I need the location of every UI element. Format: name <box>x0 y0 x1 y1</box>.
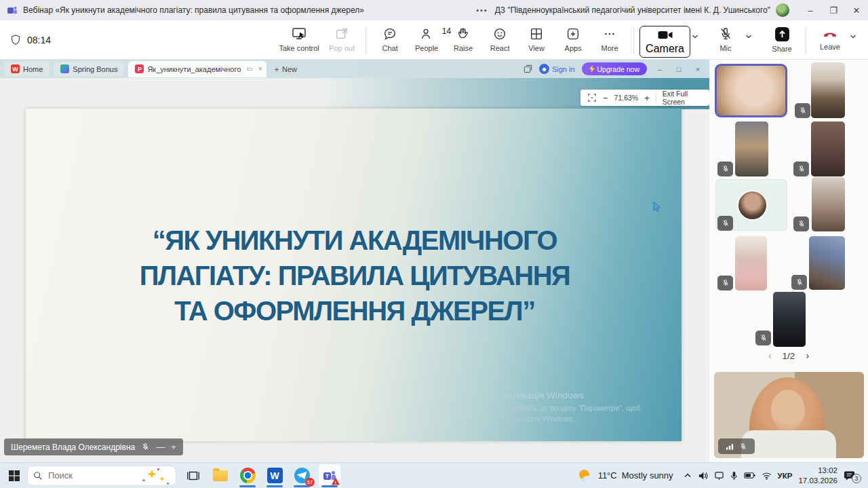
zoom-in-button[interactable]: + <box>644 93 650 103</box>
mic-chevron-icon[interactable] <box>745 33 753 41</box>
react-icon <box>492 26 507 42</box>
tab-stack-icon[interactable] <box>524 64 532 73</box>
participant-video[interactable] <box>735 121 768 176</box>
tab-home[interactable]: W Home <box>4 62 50 76</box>
tab-spring-bonus[interactable]: Spring Bonus <box>54 62 124 76</box>
tab-document-active[interactable]: P Як_уникнути_академічного ▭ × <box>128 61 266 77</box>
battery-icon[interactable] <box>744 472 755 479</box>
react-button[interactable]: React <box>481 26 518 52</box>
participant-video[interactable] <box>811 62 845 118</box>
share-button[interactable]: Share <box>764 26 800 53</box>
pill-plus-button[interactable]: + <box>171 442 176 452</box>
overflow-icon[interactable]: ••• <box>476 6 488 14</box>
mic-label: Mic <box>719 44 731 52</box>
shield-icon <box>9 34 22 46</box>
chat-button[interactable]: Chat <box>372 26 408 52</box>
pill-minus-button[interactable]: — <box>156 442 165 452</box>
new-tab-button[interactable]: + New <box>275 65 297 73</box>
take-control-label: Take control <box>279 44 319 52</box>
react-label: React <box>490 44 510 52</box>
task-view-button[interactable] <box>183 464 203 487</box>
participant-video[interactable] <box>773 292 806 347</box>
zoom-out-button[interactable]: − <box>603 93 608 103</box>
tray-date: 17.03.2026 <box>798 476 837 485</box>
close-button[interactable]: ✕ <box>845 0 868 20</box>
telegram-button[interactable]: 57 <box>292 464 312 487</box>
upgrade-button[interactable]: Upgrade now <box>582 62 647 75</box>
mic-button[interactable]: Mic <box>707 26 744 52</box>
people-count: 14 <box>442 26 451 36</box>
participant-mic-muted-icon <box>793 217 809 231</box>
self-view-video[interactable] <box>714 372 864 458</box>
apps-button[interactable]: Apps <box>555 26 591 52</box>
participant-video[interactable] <box>811 121 845 176</box>
browser-minimize-icon[interactable]: – <box>654 65 666 73</box>
document-icon: P <box>135 64 144 73</box>
tab-home-label: Home <box>23 65 43 73</box>
search-input[interactable] <box>48 470 123 481</box>
participants-pager: ‹ 1/2 › <box>709 350 868 361</box>
camera-button[interactable]: Camera <box>639 26 690 58</box>
presenter-name-pill: Шеремета Влада Олександрівна — + <box>4 438 183 455</box>
browser-maximize-icon[interactable]: □ <box>673 65 685 73</box>
self-view-status-pill <box>718 438 755 454</box>
participant-mic-muted-icon <box>791 275 807 290</box>
leave-button[interactable]: Leave <box>812 26 848 51</box>
sparkle-dot <box>157 468 159 470</box>
word-button[interactable]: W <box>264 464 285 487</box>
view-button[interactable]: View <box>518 26 555 52</box>
weather-widget[interactable]: 11°C Mostly sunny <box>578 468 673 483</box>
folder-icon <box>213 470 228 481</box>
account-avatar[interactable] <box>776 3 789 17</box>
language-indicator[interactable]: УКР <box>778 472 793 480</box>
fit-screen-icon[interactable] <box>587 93 597 102</box>
wps-home-icon: W <box>11 64 20 73</box>
more-button[interactable]: More <box>591 26 628 52</box>
presenter-mic-muted-icon <box>141 443 150 451</box>
tray-time: 13:02 <box>798 466 837 475</box>
minimize-button[interactable]: – <box>799 0 822 20</box>
participant-video[interactable] <box>735 236 767 290</box>
restore-button[interactable]: ❐ <box>822 0 845 20</box>
clock-widget[interactable]: 13:02 17.03.2026 <box>798 466 837 485</box>
tab-document-label: Як_уникнути_академічного <box>147 65 241 73</box>
tab-close-icon[interactable]: × <box>258 65 262 73</box>
wifi-icon[interactable] <box>762 472 772 480</box>
cast-display-icon[interactable] <box>714 471 724 480</box>
people-button[interactable]: 14 People <box>408 26 445 52</box>
meeting-timer: 08:14 <box>27 35 51 45</box>
exit-full-screen-button[interactable]: Exit Full Screen <box>663 90 703 106</box>
volume-icon[interactable] <box>698 471 708 481</box>
sign-in-button[interactable]: ☻ Sign in <box>539 64 575 74</box>
leave-chevron-icon[interactable] <box>849 33 857 41</box>
taskbar-search[interactable] <box>27 466 176 486</box>
pager-prev-icon[interactable]: ‹ <box>768 350 772 361</box>
people-label: People <box>415 44 438 52</box>
watermark-title: Активація Windows <box>502 390 672 400</box>
chat-icon <box>382 26 397 42</box>
view-label: View <box>528 44 545 52</box>
browser-close-icon[interactable]: × <box>692 65 704 73</box>
windows-activation-watermark: Активація Windows Перейдіть до розділу "… <box>502 390 672 425</box>
teams-button[interactable]: ! <box>319 464 340 487</box>
notification-center-button[interactable]: 3 <box>844 468 861 483</box>
copilot-sparkle-icon <box>142 478 146 483</box>
search-icon <box>33 471 43 481</box>
tray-mic-icon[interactable] <box>730 471 738 481</box>
tray-expand-icon[interactable] <box>684 472 692 480</box>
file-explorer-button[interactable] <box>210 464 231 487</box>
camera-chevron-icon[interactable] <box>691 33 699 41</box>
copilot-sparkle-icon <box>159 476 165 482</box>
chrome-button[interactable] <box>237 464 258 487</box>
participant-video[interactable] <box>812 177 845 231</box>
camera-icon <box>656 28 674 43</box>
take-control-button[interactable]: Take control <box>275 26 323 52</box>
participant-video-active-speaker[interactable] <box>715 64 787 117</box>
tab-preview-icon[interactable]: ▭ <box>246 65 252 73</box>
presenter-name: Шеремета Влада Олександрівна <box>11 443 135 452</box>
more-label: More <box>601 44 618 52</box>
start-button[interactable] <box>8 470 20 482</box>
participant-video[interactable] <box>809 236 845 290</box>
sign-in-label: Sign in <box>552 65 575 73</box>
pager-next-icon[interactable]: › <box>806 350 809 361</box>
